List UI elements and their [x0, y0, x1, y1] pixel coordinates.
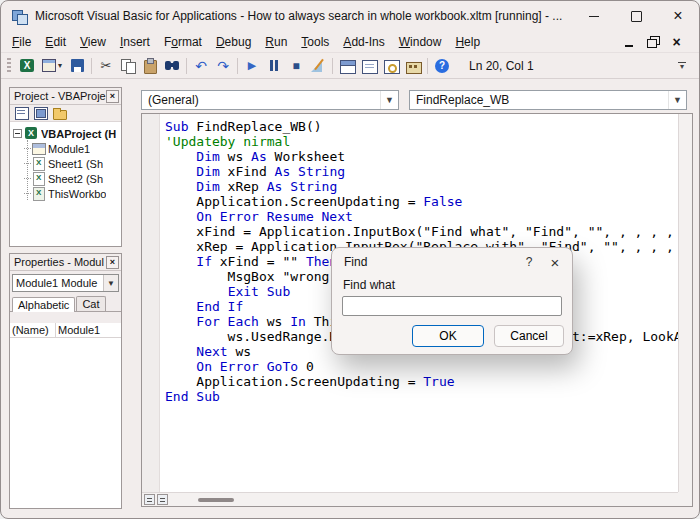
menu-bar-items: FileEditViewInsertFormatDebugRunToolsAdd…: [5, 33, 487, 51]
find-dialog: Find ? × Find what OK Cancel: [331, 247, 573, 355]
paste-icon[interactable]: [139, 55, 161, 77]
mdi-window-controls: [618, 34, 695, 50]
vba-app-icon: [11, 8, 27, 24]
menu-edit[interactable]: Edit: [38, 33, 73, 51]
object-dropdown[interactable]: (General) ▼: [141, 90, 399, 110]
collapse-icon[interactable]: [13, 129, 22, 138]
tree-item-module1[interactable]: Module1: [10, 141, 121, 156]
vba-window: Microsoft Visual Basic for Applications …: [0, 0, 700, 519]
tree-item-label: Sheet1 (Sh: [48, 158, 103, 170]
cut-icon[interactable]: [95, 55, 117, 77]
toolbar-options-icon[interactable]: [674, 57, 690, 75]
project-panel-close-button[interactable]: ×: [106, 90, 119, 103]
find-what-input[interactable]: [342, 296, 562, 316]
full-module-view-button[interactable]: [157, 494, 168, 505]
menu-debug[interactable]: Debug: [209, 33, 258, 51]
scrollbar-corner: [678, 492, 692, 506]
code-combo-row: (General) ▼ FindReplace_WB ▼: [127, 87, 693, 113]
tree-item-label: ThisWorkbo: [48, 188, 106, 200]
code-line: 'Updateby nirmal: [165, 134, 678, 149]
toolbar-separator: [91, 58, 92, 74]
find-dialog-buttons: OK Cancel: [332, 316, 572, 347]
design-mode-icon[interactable]: [307, 55, 329, 77]
object-dropdown-value: (General): [148, 93, 199, 107]
chevron-down-icon: ▼: [103, 275, 118, 291]
tree-item-label: Module1: [48, 143, 90, 155]
copy-icon[interactable]: [117, 55, 139, 77]
find-dialog-titlebar: Find ? ×: [332, 248, 572, 276]
minimize-button[interactable]: [573, 1, 615, 31]
tree-item-sheet2-sh[interactable]: Sheet2 (Sh: [10, 171, 121, 186]
mdi-client: Project - VBAProje × VBAProject (HModule…: [1, 79, 699, 518]
procedure-dropdown-value: FindReplace_WB: [416, 93, 509, 107]
menu-tools[interactable]: Tools: [294, 33, 336, 51]
vertical-scrollbar[interactable]: [678, 114, 692, 492]
horizontal-scrollbar-thumb[interactable]: [198, 498, 234, 502]
object-browser-icon[interactable]: [380, 55, 402, 77]
insert-userform-icon[interactable]: [38, 55, 66, 77]
property-value-cell[interactable]: Module1: [56, 323, 121, 337]
view-object-icon[interactable]: [32, 106, 49, 120]
redo-icon[interactable]: [212, 55, 234, 77]
ok-button[interactable]: OK: [412, 325, 484, 347]
dialog-close-icon[interactable]: ×: [542, 248, 568, 276]
properties-panel-title: Properties - Modul: [14, 256, 104, 268]
project-explorer-icon[interactable]: [336, 55, 358, 77]
save-icon[interactable]: [66, 55, 88, 77]
view-excel-icon[interactable]: [16, 55, 38, 77]
maximize-button[interactable]: [615, 1, 657, 31]
break-icon[interactable]: [263, 55, 285, 77]
run-icon[interactable]: [241, 55, 263, 77]
procedure-dropdown[interactable]: FindReplace_WB ▼: [409, 90, 687, 110]
line-col-indicator: Ln 20, Col 1: [469, 59, 534, 73]
toggle-folders-icon[interactable]: [51, 106, 68, 120]
tree-item-label: Sheet2 (Sh: [48, 173, 103, 185]
menu-view[interactable]: View: [73, 33, 113, 51]
properties-panel-close-button[interactable]: ×: [106, 256, 119, 269]
project-panel-header: Project - VBAProje ×: [10, 88, 121, 105]
property-row: (Name)Module1: [10, 323, 121, 338]
project-panel-title: Project - VBAProje: [14, 90, 106, 102]
horizontal-scrollbar[interactable]: [172, 493, 678, 506]
help-icon[interactable]: [431, 55, 453, 77]
mdi-restore-button[interactable]: [642, 34, 663, 50]
find-icon[interactable]: [161, 55, 183, 77]
chevron-down-icon: ▼: [380, 91, 398, 109]
properties-object-dropdown[interactable]: Module1 Module ▼: [12, 274, 119, 292]
properties-window-icon[interactable]: [358, 55, 380, 77]
undo-icon[interactable]: [190, 55, 212, 77]
mdi-close-button[interactable]: [666, 34, 687, 50]
close-button[interactable]: [657, 1, 699, 31]
mdi-minimize-button[interactable]: [618, 34, 639, 50]
tree-item-sheet1-sh[interactable]: Sheet1 (Sh: [10, 156, 121, 171]
toolbar-grip[interactable]: [7, 58, 11, 74]
code-line: Application.ScreenUpdating = False: [165, 194, 678, 209]
window-title: Microsoft Visual Basic for Applications …: [35, 9, 562, 23]
tab-alphabetic[interactable]: Alphabetic: [12, 297, 75, 312]
project-panel-toolbar: [10, 105, 121, 122]
menu-bar: FileEditViewInsertFormatDebugRunToolsAdd…: [1, 31, 699, 52]
dialog-help-button[interactable]: ?: [516, 248, 542, 276]
toolbar-separator: [186, 58, 187, 74]
find-dialog-title: Find: [344, 255, 367, 269]
menu-format[interactable]: Format: [157, 33, 209, 51]
menu-insert[interactable]: Insert: [113, 33, 157, 51]
tree-item-thisworkbo[interactable]: ThisWorkbo: [10, 186, 121, 201]
menu-add-ins[interactable]: Add-Ins: [336, 33, 391, 51]
view-code-icon[interactable]: [13, 106, 30, 120]
margin-indicator-bar[interactable]: [142, 114, 160, 492]
menu-help[interactable]: Help: [448, 33, 487, 51]
procedure-view-button[interactable]: [144, 494, 155, 505]
menu-window[interactable]: Window: [392, 33, 449, 51]
toolbox-icon[interactable]: [402, 55, 424, 77]
worksheet-icon: [32, 157, 46, 170]
tab-cat[interactable]: Cat: [76, 296, 105, 311]
menu-file[interactable]: File: [5, 33, 38, 51]
code-line: Application.ScreenUpdating = True: [165, 374, 678, 389]
tree-item-vbaproject-h[interactable]: VBAProject (H: [10, 126, 121, 141]
property-name-cell[interactable]: (Name): [10, 323, 56, 337]
toolbar-separator: [237, 58, 238, 74]
menu-run[interactable]: Run: [258, 33, 294, 51]
cancel-button[interactable]: Cancel: [494, 325, 564, 347]
reset-icon[interactable]: [285, 55, 307, 77]
